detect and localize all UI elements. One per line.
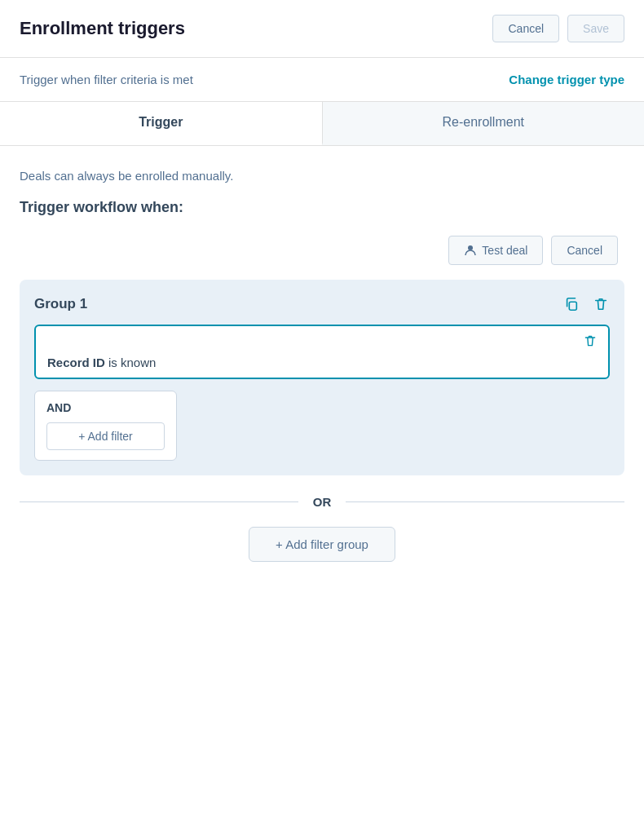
- group-icons: [562, 294, 610, 313]
- header-actions: Cancel Save: [492, 15, 624, 42]
- group-card: Group 1: [20, 280, 624, 475]
- main-content: Deals can always be enrolled manually. T…: [0, 146, 644, 588]
- trigger-cancel-button[interactable]: Cancel: [551, 236, 618, 265]
- trigger-description: Trigger when filter criteria is met: [20, 73, 193, 86]
- filter-delete-button[interactable]: [582, 333, 598, 352]
- svg-rect-1: [569, 303, 576, 311]
- page-title: Enrollment triggers: [20, 18, 185, 39]
- header-save-button[interactable]: Save: [567, 15, 624, 42]
- filter-field: Record ID: [47, 356, 105, 369]
- or-line-right: [346, 501, 624, 502]
- action-row: Test deal Cancel: [20, 236, 624, 265]
- change-trigger-link[interactable]: Change trigger type: [509, 73, 624, 86]
- svg-point-0: [468, 245, 473, 250]
- filter-row: Record ID is known: [34, 325, 610, 379]
- or-label: OR: [298, 495, 346, 509]
- info-text: Deals can always be enrolled manually.: [20, 169, 624, 183]
- and-label: AND: [46, 401, 165, 414]
- or-line-left: [20, 501, 298, 502]
- filter-trash-icon: [584, 334, 597, 347]
- and-section: AND + Add filter: [34, 391, 177, 461]
- add-filter-group-label: + Add filter group: [276, 537, 368, 551]
- add-filter-group-button[interactable]: + Add filter group: [249, 527, 395, 562]
- trigger-title: Trigger workflow when:: [20, 199, 624, 216]
- test-deal-button[interactable]: Test deal: [448, 236, 543, 265]
- or-divider: OR: [20, 495, 624, 509]
- header-cancel-button[interactable]: Cancel: [492, 15, 559, 42]
- group-title: Group 1: [34, 296, 87, 312]
- tab-reenrollment[interactable]: Re-enrollment: [322, 102, 645, 145]
- test-deal-icon: [464, 244, 477, 257]
- filter-operator: is known: [108, 356, 156, 369]
- tab-trigger[interactable]: Trigger: [0, 102, 322, 145]
- group-copy-button[interactable]: [562, 294, 580, 313]
- filter-row-top: [47, 333, 598, 352]
- add-filter-button[interactable]: + Add filter: [46, 422, 165, 450]
- copy-icon: [564, 297, 579, 311]
- group-delete-button[interactable]: [592, 294, 610, 313]
- sub-header: Trigger when filter criteria is met Chan…: [0, 58, 644, 102]
- filter-condition: Record ID is known: [47, 356, 598, 369]
- group-header: Group 1: [34, 294, 610, 313]
- tabs-container: Trigger Re-enrollment: [0, 102, 644, 146]
- trash-icon: [593, 297, 608, 311]
- header: Enrollment triggers Cancel Save: [0, 0, 644, 58]
